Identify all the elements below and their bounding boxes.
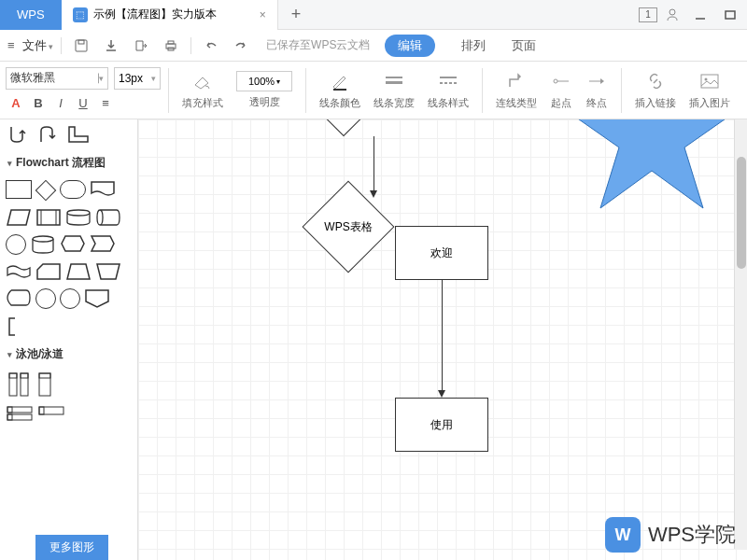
doc-shape[interactable] (90, 180, 116, 199)
cyl2-shape[interactable] (30, 234, 56, 255)
line-width-group[interactable]: 线条宽度 (368, 70, 420, 110)
svg-rect-9 (386, 77, 402, 78)
circle3-shape[interactable] (60, 288, 80, 309)
file-menu[interactable]: 文件 (22, 37, 54, 54)
para-shape[interactable] (6, 208, 32, 227)
align-button[interactable]: ≡ (95, 93, 116, 114)
tape-shape[interactable] (6, 262, 32, 281)
diamond-node[interactable]: WPS表格 (302, 199, 395, 255)
db-shape[interactable] (95, 208, 121, 227)
start-icon (550, 70, 572, 92)
circle-shape[interactable] (6, 234, 26, 255)
svg-rect-29 (7, 407, 12, 413)
wps-logo-icon: W (605, 517, 641, 553)
svg-rect-23 (9, 373, 17, 378)
diamond-fragment[interactable] (316, 119, 372, 147)
insert-image-group[interactable]: 插入图片 (684, 70, 736, 110)
shapes-sidebar: Flowchart 流程图 泳池/泳道 更多图形 (0, 119, 138, 560)
pool-v-shape[interactable] (6, 371, 32, 398)
hamburger-icon[interactable]: ≡ (7, 38, 15, 52)
menubar: ≡ 文件 已保存至WPS云文档 编辑 排列 页面 (0, 30, 747, 62)
italic-button[interactable]: I (50, 93, 71, 114)
fill-style-group[interactable]: 填充样式 (176, 70, 229, 110)
insert-link-group[interactable]: 插入链接 (629, 70, 682, 110)
cyl-shape[interactable] (65, 208, 92, 227)
svg-marker-34 (572, 119, 731, 208)
bold-button[interactable]: B (28, 93, 49, 114)
app-button[interactable]: WPS (0, 0, 62, 30)
bracket-shape[interactable] (6, 316, 22, 337)
canvas[interactable]: WPS表格 欢迎 使用 (138, 119, 747, 560)
more-shapes-button[interactable]: 更多图形 (35, 535, 108, 560)
line-style-group[interactable]: 线条样式 (422, 70, 474, 110)
diamond-shape[interactable] (35, 180, 57, 202)
document-tab[interactable]: ⬚ 示例【流程图】实力版本 × (62, 0, 278, 30)
diamond-label: WPS表格 (302, 219, 395, 235)
opacity-group[interactable]: 100% ▾ 透明度 (231, 71, 298, 109)
undo-icon[interactable] (199, 34, 223, 58)
uturn-shape[interactable] (6, 123, 32, 146)
text-color-button[interactable]: A (6, 93, 26, 114)
rect-shape[interactable] (6, 180, 32, 199)
svg-point-0 (669, 9, 675, 15)
titlebar: WPS ⬚ 示例【流程图】实力版本 × + 1 (0, 0, 747, 30)
svg-rect-33 (39, 407, 44, 414)
connector-shape[interactable] (35, 288, 56, 309)
star-shape[interactable] (558, 119, 745, 241)
lane-h-shape[interactable] (37, 405, 65, 416)
svg-rect-30 (7, 414, 32, 420)
offpage-shape[interactable] (84, 288, 110, 309)
download-icon[interactable] (99, 34, 123, 58)
rounded-shape[interactable] (60, 180, 86, 199)
corner-shape[interactable] (65, 123, 92, 146)
uturn-down-shape[interactable] (35, 123, 62, 146)
underline-button[interactable]: U (73, 93, 93, 114)
card-shape[interactable] (35, 262, 62, 281)
swimlane-section[interactable]: 泳池/泳道 (0, 341, 137, 368)
trap-shape[interactable] (65, 262, 92, 281)
save-icon[interactable] (69, 34, 93, 58)
step-shape[interactable] (90, 234, 116, 253)
process-node-2[interactable]: 使用 (395, 398, 488, 452)
end-point-group[interactable]: 终点 (580, 70, 613, 110)
redo-icon[interactable] (229, 34, 253, 58)
line-color-group[interactable]: 线条颜色 (314, 70, 366, 110)
io-shape[interactable] (35, 208, 62, 227)
export-icon[interactable] (129, 34, 153, 58)
svg-rect-27 (39, 373, 50, 378)
user-icon[interactable] (661, 4, 684, 26)
trap2-shape[interactable] (95, 262, 121, 281)
print-icon[interactable] (159, 34, 183, 58)
display-shape[interactable] (6, 288, 32, 307)
svg-rect-3 (76, 40, 87, 51)
svg-point-13 (554, 79, 557, 83)
svg-rect-25 (21, 373, 28, 378)
maximize-button[interactable] (717, 4, 743, 26)
menu-arrange[interactable]: 排列 (461, 37, 486, 54)
process-node-1[interactable]: 欢迎 (395, 226, 488, 280)
flowchart-icon: ⬚ (73, 7, 88, 22)
close-icon[interactable]: × (260, 8, 266, 21)
lane-v-shape[interactable] (35, 371, 54, 398)
vertical-scrollbar[interactable] (734, 119, 747, 549)
page-indicator[interactable]: 1 (639, 7, 657, 22)
pool-h-shape[interactable] (6, 405, 34, 422)
edit-pill[interactable]: 编辑 (385, 35, 435, 57)
svg-rect-32 (39, 407, 63, 414)
menu-page[interactable]: 页面 (512, 37, 536, 54)
size-select[interactable]: 13px▾ (114, 67, 161, 90)
minimize-button[interactable] (687, 4, 713, 26)
tab-title: 示例【流程图】实力版本 (93, 7, 217, 22)
flowchart-section[interactable]: Flowchart 流程图 (0, 149, 137, 176)
connector-arrow-2[interactable] (442, 280, 443, 392)
font-select[interactable]: 微软雅黑▕▾ (6, 67, 108, 90)
svg-rect-28 (7, 407, 32, 413)
scrollbar-thumb[interactable] (737, 157, 746, 269)
svg-point-21 (33, 236, 53, 242)
hex-shape[interactable] (60, 234, 86, 253)
connector-arrow[interactable] (374, 136, 374, 192)
start-point-group[interactable]: 起点 (544, 70, 578, 110)
connection-type-group[interactable]: 连线类型 (490, 70, 543, 110)
new-tab-button[interactable]: + (278, 5, 315, 24)
connector-icon (505, 70, 528, 92)
